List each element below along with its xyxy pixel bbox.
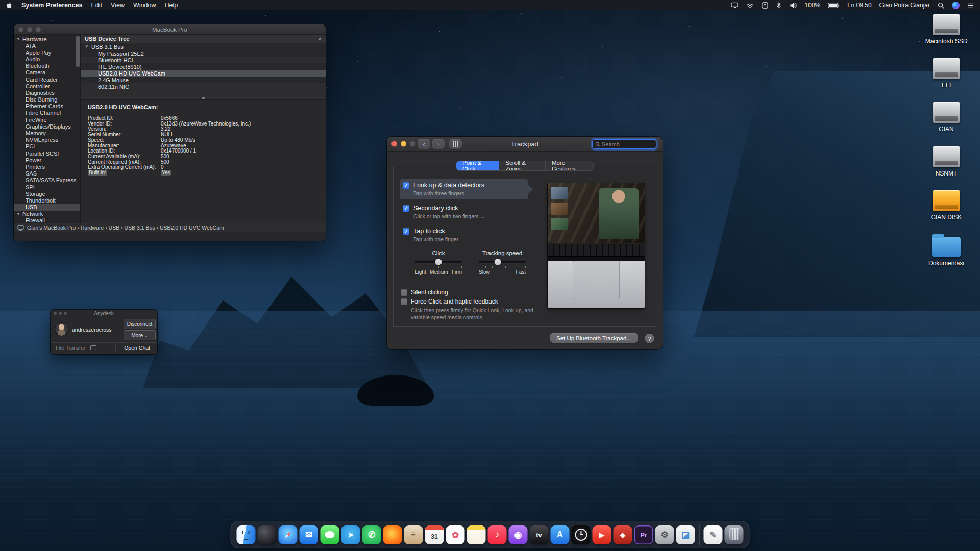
dock-item-clock-app[interactable] (572, 525, 591, 544)
disclosure-triangle-icon[interactable]: ▼ (85, 44, 89, 49)
tree-row[interactable]: USB2.0 HD UVC WebCam (81, 70, 326, 77)
tree-row[interactable]: 802.11n NIC (81, 83, 326, 90)
dock-item-calendar[interactable]: 31 (425, 525, 444, 544)
pane-splitter[interactable] (81, 96, 326, 100)
dock-item-automator-app[interactable]: ⚙ (655, 525, 674, 544)
sidebar-item[interactable]: Parallel SCSI (14, 150, 80, 157)
dock-item-phone-app[interactable]: ✆ (362, 525, 381, 544)
checkbox[interactable] (403, 205, 409, 212)
dock-item-safari[interactable] (279, 525, 298, 544)
menu-item[interactable]: View (111, 2, 125, 9)
extra-option-row[interactable]: Silent clicking (401, 289, 549, 296)
sidebar-item[interactable]: Audio (14, 56, 80, 62)
search-field[interactable] (592, 139, 656, 149)
zoom-button[interactable] (36, 27, 41, 32)
tracking-slider[interactable] (479, 259, 526, 266)
chat-box-icon[interactable] (90, 345, 96, 350)
sidebar-item[interactable]: FireWire (14, 116, 80, 123)
minimize-button[interactable] (59, 312, 62, 315)
bluetooth-icon[interactable] (776, 2, 782, 9)
close-button[interactable] (18, 27, 23, 32)
dock-item-telegram[interactable]: ➤ (341, 525, 360, 544)
search-input[interactable] (602, 141, 653, 147)
tab[interactable]: Point & Click (456, 161, 499, 170)
dock-item-notes[interactable] (467, 525, 486, 544)
tab[interactable]: Scroll & Zoom (499, 161, 546, 170)
checkbox[interactable] (403, 228, 409, 235)
open-chat-button[interactable]: Open Chat (117, 345, 157, 351)
anydesk-titlebar[interactable]: Anydesk (51, 310, 157, 317)
dock-item-messages[interactable] (321, 525, 339, 544)
sidebar-item[interactable]: Power (14, 157, 80, 163)
usb-device-tree-header[interactable]: USB Device Tree ∧ (81, 35, 326, 43)
apple-menu-icon[interactable] (6, 2, 13, 9)
dock-item-firefox[interactable] (383, 525, 402, 544)
sidebar-group-network[interactable]: ▼ Network (14, 211, 80, 217)
sidebar-item[interactable]: Fibre Channel (14, 110, 80, 116)
sidebar-group-hardware[interactable]: ▼ Hardware (14, 36, 80, 42)
trackpad-titlebar[interactable]: ‹ › Trackpad (387, 137, 663, 152)
tab[interactable]: More Gestures (546, 161, 593, 170)
spotlight-search-icon[interactable] (938, 2, 944, 9)
gesture-option[interactable]: Tap to click Tap with one finger⌄ (400, 225, 528, 245)
checkbox[interactable] (401, 298, 407, 305)
wifi-icon[interactable] (746, 2, 754, 9)
desktop-icon-macintosh-ssd[interactable]: Macintosh SSD (923, 14, 970, 45)
dock-item-photos[interactable]: ✿ (446, 525, 465, 544)
dock-item-music[interactable]: ♪ (488, 525, 507, 544)
menu-bar-user[interactable]: Gian Putra Gianjar (879, 2, 930, 9)
dock-item-trash[interactable] (725, 525, 744, 544)
tree-root-row[interactable]: ▼ USB 3.1 Bus (81, 43, 326, 50)
sidebar-item[interactable]: Ethernet Cards (14, 103, 80, 110)
dock-item-notebook-app[interactable]: ≡ (404, 525, 423, 544)
forward-button[interactable]: › (432, 139, 445, 149)
desktop-icon-gian-disk[interactable]: GIAN DISK (923, 190, 970, 221)
sidebar-item[interactable]: Camera (14, 69, 80, 76)
desktop-icon-efi[interactable]: EFI (923, 58, 970, 89)
sidebar-item[interactable]: PCI (14, 143, 80, 150)
close-button[interactable] (54, 312, 57, 315)
dock-item-premiere[interactable]: Pr (634, 525, 653, 544)
screen-mirroring-icon[interactable] (731, 2, 739, 9)
minimize-button[interactable] (27, 27, 32, 32)
dock-item-preview-app[interactable]: ◪ (676, 525, 695, 544)
extra-option-row[interactable]: Force Click and haptic feedback (401, 298, 549, 305)
sidebar-item[interactable]: Disc Burning (14, 96, 80, 103)
tree-row[interactable]: My Passport 25E2 (81, 50, 326, 57)
dock-item-finder[interactable] (237, 525, 256, 544)
sidebar-item[interactable]: Controller (14, 83, 80, 89)
dock-item-mail[interactable]: ✉ (300, 525, 318, 544)
chevron-down-icon[interactable]: ⌄ (481, 214, 485, 219)
click-slider[interactable] (415, 259, 462, 266)
gesture-option[interactable]: Look up & data detectors Tap with three … (400, 179, 528, 199)
active-app-name[interactable]: System Preferences (21, 2, 83, 9)
tree-row[interactable]: 2.4G Mouse (81, 77, 326, 83)
sidebar-item[interactable]: USB (14, 204, 80, 211)
menu-item[interactable]: Edit (91, 2, 103, 9)
sidebar-item[interactable]: Storage (14, 190, 80, 197)
sidebar-item[interactable]: Graphics/Displays (14, 123, 80, 130)
sidebar-item[interactable]: Diagnostics (14, 89, 80, 96)
zoom-button[interactable] (64, 312, 67, 315)
siri-icon[interactable] (952, 2, 960, 9)
file-transfer-button[interactable]: File Transfer (51, 345, 85, 351)
up-arrow-box-icon[interactable] (762, 2, 768, 9)
dock-item-red-app[interactable]: ▶ (593, 525, 611, 544)
battery-icon[interactable] (828, 3, 840, 8)
menu-item[interactable]: Help (164, 2, 178, 9)
tree-row[interactable]: Bluetooth HCI (81, 57, 326, 63)
desktop-icon-nsnmt[interactable]: NSNMT (923, 146, 970, 177)
dock-item-document-app[interactable]: ✎ (704, 525, 723, 544)
menu-item[interactable]: Window (133, 2, 156, 9)
sidebar-item[interactable]: ATA (14, 42, 80, 49)
sidebar-scrollbar[interactable] (76, 36, 80, 67)
disconnect-button[interactable]: Disconnect (124, 319, 156, 329)
sysinfo-titlebar[interactable]: MacBook Pro (14, 24, 326, 35)
sidebar-item[interactable]: Printers (14, 163, 80, 170)
dock-item-red-app-2[interactable]: ◆ (614, 525, 632, 544)
sidebar-item[interactable]: Firewall (14, 217, 80, 223)
checkbox[interactable] (403, 182, 409, 189)
tree-row[interactable]: ITE Device(8910) (81, 63, 326, 70)
dock-item-podcasts[interactable]: ◉ (509, 525, 528, 544)
back-button[interactable]: ‹ (418, 139, 430, 149)
